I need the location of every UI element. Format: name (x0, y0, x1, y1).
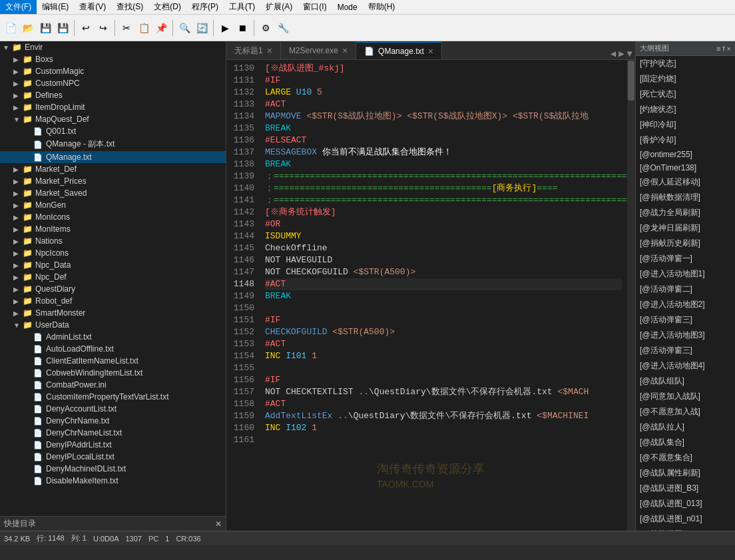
menu-doc[interactable]: 文档(D) (148, 0, 186, 14)
tab-scroll-left[interactable]: ◀ (611, 48, 616, 59)
right-panel-item[interactable]: [@活动弹窗三] (636, 343, 735, 358)
right-panel-item[interactable]: [@战队集合] (636, 435, 735, 450)
menu-edit[interactable]: 编辑(E) (37, 0, 74, 14)
format-button[interactable]: ⚙ (258, 20, 274, 36)
menu-extend[interactable]: 扩展(A) (260, 0, 298, 14)
tree-item[interactable]: ▶📁Defines (0, 89, 226, 101)
tab-scroll-right[interactable]: ▶ (618, 48, 624, 59)
right-panel-item[interactable]: [@进入活动地图4] (636, 358, 735, 374)
right-panel-item[interactable]: [@进入活动地图3] (636, 328, 735, 343)
redo-button[interactable]: ↪ (95, 20, 111, 36)
right-panel-item[interactable]: [@战队拉人] (636, 420, 735, 435)
tree-item[interactable]: 📄DenyChrNameList.txt (0, 427, 226, 439)
run-button[interactable]: ▶ (217, 20, 233, 36)
new-button[interactable]: 📄 (3, 20, 19, 36)
editor-scrollbar[interactable] (627, 60, 635, 531)
right-panel-item[interactable]: [@进入活动地图1] (636, 266, 735, 282)
tree-item[interactable]: 📄CombatPower.ini (0, 379, 226, 391)
tree-item[interactable]: ▶📁Boxs (0, 53, 226, 65)
right-panel-item[interactable]: [@活动弹窗三] (636, 312, 735, 328)
save-all-button[interactable]: 💾 (55, 20, 71, 36)
tree-item[interactable]: 📄QManage.txt (0, 151, 226, 163)
undo-button[interactable]: ↩ (78, 20, 94, 36)
open-button[interactable]: 📂 (20, 20, 36, 36)
tree-item[interactable]: ▶📁Npc_Def (0, 271, 226, 283)
stop-button[interactable]: ⏹ (234, 20, 250, 36)
right-panel-item[interactable]: [@活动弹窗一] (636, 251, 735, 266)
right-panel-item[interactable]: [@假人延迟移动] (636, 174, 735, 190)
right-panel-item[interactable]: [@OnTimer138] (636, 161, 735, 174)
right-panel-item[interactable]: [固定灼烧] (636, 71, 735, 87)
tree-item[interactable]: ▶📁SmartMonster (0, 307, 226, 319)
tree-item[interactable]: 📄ClientEatItemNameList.txt (0, 355, 226, 367)
right-panel-item[interactable]: [@活动弹窗二] (636, 282, 735, 297)
tree-item[interactable]: 📄DenyMachineIDList.txt (0, 463, 226, 475)
menu-program[interactable]: 程序(P) (186, 0, 224, 14)
menu-help[interactable]: 帮助(H) (363, 0, 401, 14)
tree-item[interactable]: ▶📁MonGen (0, 199, 226, 211)
tree-item[interactable]: ▶📁MonIcons (0, 211, 226, 223)
tree-item[interactable]: ▶📁Market_Prices (0, 175, 226, 187)
tab-untitled-close[interactable]: × (267, 45, 272, 56)
tree-item[interactable]: ▶📁Nations (0, 235, 226, 247)
tree-item[interactable]: ▶📁MonItems (0, 223, 226, 235)
scrollbar-thumb[interactable] (628, 61, 634, 101)
right-panel-item[interactable]: [守护状态] (636, 56, 735, 71)
copy-button[interactable]: 📋 (136, 20, 152, 36)
right-panel-item[interactable]: [@战力全局刷新] (636, 205, 735, 220)
right-panel-item[interactable]: [灼烧状态] (636, 102, 735, 117)
tree-item[interactable]: ▼📁UserData (0, 319, 226, 331)
editor-content[interactable]: 1130113111321133113411351136113711381139… (226, 60, 635, 531)
right-panel-item[interactable]: [香炉冷却] (636, 133, 735, 148)
menu-view[interactable]: 查看(V) (74, 0, 111, 14)
tab-m2server[interactable]: M2Server.exe × (281, 42, 356, 59)
tree-item[interactable]: 📄QManage - 副本.txt (0, 137, 226, 151)
tree-item[interactable]: 📄AdminList.txt (0, 331, 226, 343)
tree-item[interactable]: ▶📁Market_Def (0, 163, 226, 175)
save-button[interactable]: 💾 (37, 20, 53, 36)
right-panel-item[interactable]: [@不愿意集合] (636, 450, 735, 465)
cut-button[interactable]: ✂ (119, 20, 134, 36)
menu-tools[interactable]: 工具(T) (224, 0, 260, 14)
tree-item[interactable]: ▶📁ItemDropLimit (0, 101, 226, 113)
right-panel-item[interactable]: [@捐献历史刷新] (636, 236, 735, 251)
tab-menu[interactable]: ▼ (627, 49, 632, 59)
tree-item[interactable]: ▶📁Npc_Data (0, 259, 226, 271)
right-panel-item[interactable]: [神印冷却] (636, 117, 735, 133)
menu-search[interactable]: 查找(S) (111, 0, 148, 14)
right-panel-item[interactable]: [@进入活动地图2] (636, 297, 735, 312)
right-panel-item[interactable]: [@战队进图_n01] (636, 511, 735, 527)
find-button[interactable]: 🔍 (176, 20, 192, 36)
menu-mode[interactable]: Mode (332, 1, 363, 13)
file-tree-content[interactable]: ▼📁Envir▶📁Boxs▶📁CustomMagic▶📁CustomNPC▶📁D… (0, 41, 226, 516)
tab-qmanage[interactable]: 📄 QManage.txt × (356, 42, 442, 59)
replace-button[interactable]: 🔄 (194, 20, 210, 36)
tab-m2server-close[interactable]: × (342, 45, 348, 56)
tab-untitled[interactable]: 无标题1 × (226, 42, 281, 59)
tree-item[interactable]: 📄CobwebWindingItemList.txt (0, 367, 226, 379)
right-panel-item[interactable]: [死亡状态] (636, 87, 735, 102)
outline-controls[interactable]: ≡ f × (716, 45, 731, 53)
quick-panel-close[interactable]: ✕ (215, 519, 222, 529)
tab-qmanage-close[interactable]: × (428, 46, 433, 57)
right-panel-item[interactable]: [@战队属性刷新] (636, 465, 735, 481)
tree-item[interactable]: ▼📁MapQuest_Def (0, 113, 226, 125)
code-area[interactable]: [※战队进图_#skj]#IFLARGE U10 5#ACTMAPMOVE <$… (260, 60, 627, 531)
tree-item[interactable]: 📄DenyIPAddrList.txt (0, 439, 226, 451)
tree-item[interactable]: 📄DenyChrName.txt (0, 415, 226, 427)
menu-file[interactable]: 文件(F) (0, 0, 37, 14)
tree-item[interactable]: 📄AutoLoadOffline.txt (0, 343, 226, 355)
tree-item[interactable]: ▶📁Robot_def (0, 295, 226, 307)
right-panel-item[interactable]: [@战队进图_013] (636, 496, 735, 511)
tree-item[interactable]: 📄DenyIPLocalList.txt (0, 451, 226, 463)
tree-item[interactable]: ▶📁NpcIcons (0, 247, 226, 259)
tree-item[interactable]: ▶📁CustomMagic (0, 65, 226, 77)
tree-item[interactable]: ▶📁CustomNPC (0, 77, 226, 89)
tree-item[interactable]: ▶📁Market_Saved (0, 187, 226, 199)
paste-button[interactable]: 📌 (153, 20, 169, 36)
right-panel-item[interactable]: [@战队进图_B3] (636, 481, 735, 496)
tree-item[interactable]: 📄DenyAccountList.txt (0, 403, 226, 415)
right-panel-item[interactable]: [@捐献数据清理] (636, 190, 735, 205)
tree-item[interactable]: ▶📁QuestDiary (0, 283, 226, 295)
menu-window[interactable]: 窗口(I) (298, 0, 332, 14)
